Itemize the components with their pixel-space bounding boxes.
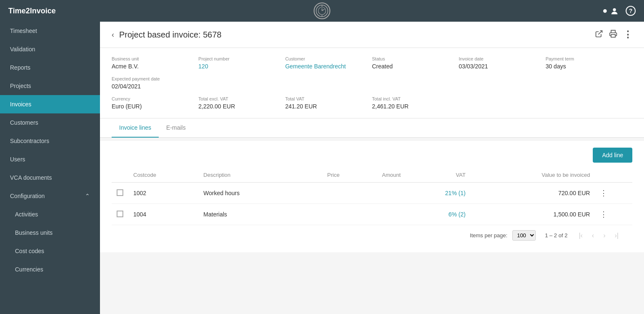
top-nav: Time2Invoice ● ? [0,0,644,22]
main-content: ‹ Project based invoice: 5678 ⋮ [100,22,644,314]
total-incl-vat-value: 2,461.20 EUR [372,103,450,110]
sidebar-item-currencies[interactable]: Currencies [0,260,100,279]
svg-line-7 [598,30,602,34]
row-2-price [297,204,344,225]
row-2-value-to-be-invoiced: 1,500.00 EUR [471,204,595,225]
sidebar-item-activities[interactable]: Activities [0,205,100,224]
row-1-vat: 21% (1) [406,183,471,204]
project-number-label: Project number [198,56,277,61]
expected-payment-date-label: Expected payment date [112,76,624,81]
row-1-value-to-be-invoiced: 720.00 EUR [471,183,595,204]
empty-field-1 [459,96,545,110]
col-amount: Amount [344,168,406,183]
tabs-bar: Invoice lines E-mails [100,118,644,138]
sidebar: Timesheet Validation Reports Projects In… [0,22,100,314]
info-row-2: Expected payment date 02/04/2021 [112,76,632,90]
currency-label: Currency [112,96,190,101]
sidebar-item-projects[interactable]: Projects [0,77,100,95]
sidebar-item-users[interactable]: Users [0,150,100,168]
currency-value: Euro (EUR) [112,103,190,110]
status-field: Status Created [372,56,459,70]
status-label: Status [372,56,450,61]
project-number-value: 120 [198,63,277,70]
table-header: Costcode Description Price Amount VAT Va… [112,168,632,183]
app-logo: Time2Invoice [8,7,56,15]
sidebar-item-cost-codes[interactable]: Cost codes [0,242,100,260]
col-value-to-be-invoiced: Value to be invoiced [471,168,595,183]
row-1-checkbox-cell [112,183,128,204]
invoice-date-label: Invoice date [459,56,537,61]
sidebar-item-configuration[interactable]: Configuration ⌃ [0,187,100,205]
row-2-checkbox-cell [112,204,128,225]
customer-label: Customer [285,56,364,61]
row-2-checkbox[interactable] [117,211,123,217]
row-1-amount [344,183,406,204]
sidebar-item-business-units[interactable]: Business units [0,224,100,242]
col-actions [595,168,632,183]
col-checkbox [112,168,128,183]
business-unit-field: Business unit Acme B.V. [112,56,198,70]
sidebar-item-validation[interactable]: Validation [0,40,100,58]
business-unit-label: Business unit [112,56,190,61]
page-header-right: ⋮ [595,29,632,40]
pagination-bar: Items per page: 100 25 50 1 – 2 of 2 |‹ … [112,225,632,246]
col-costcode: Costcode [128,168,198,183]
total-vat-label: Total VAT [285,96,364,101]
expected-payment-date-field: Expected payment date 02/04/2021 [112,76,632,90]
add-line-button[interactable]: Add line [593,148,632,163]
tab-invoice-lines[interactable]: Invoice lines [112,118,159,138]
total-incl-vat-label: Total incl. VAT [372,96,450,101]
svg-line-4 [322,9,324,11]
table-section: Add line Costcode Description Price Amou… [100,141,644,252]
row-2-vat: 6% (2) [406,204,471,225]
expected-payment-date-value: 02/04/2021 [112,83,624,90]
table-row: 1002 Worked hours 21% (1) 720.00 EUR ⋮ [112,183,632,204]
first-page-button[interactable]: |‹ [577,231,584,240]
row-1-price [297,183,344,204]
col-price: Price [297,168,344,183]
payment-term-field: Payment term 30 days [546,56,632,70]
help-icon[interactable]: ? [626,6,636,16]
brand-icon [314,3,330,19]
status-value: Created [372,63,450,70]
row-2-costcode: 1004 [128,204,198,225]
table-toolbar: Add line [112,148,632,163]
sidebar-item-customers[interactable]: Customers [0,113,100,132]
table-body: 1002 Worked hours 21% (1) 720.00 EUR ⋮ [112,183,632,225]
next-page-button[interactable]: › [601,231,607,240]
col-description: Description [198,168,297,183]
row-1-menu-button[interactable]: ⋮ [600,189,607,197]
project-number-field: Project number 120 [198,56,285,70]
row-2-actions-cell: ⋮ [595,204,632,225]
row-1-checkbox[interactable] [117,189,123,196]
info-row-3: Currency Euro (EUR) Total excl. VAT 2,22… [112,96,632,110]
tab-emails[interactable]: E-mails [159,118,193,138]
chevron-up-icon: ⌃ [85,193,90,199]
back-button[interactable]: ‹ [112,30,114,39]
prev-page-button[interactable]: ‹ [590,231,596,240]
total-excl-vat-label: Total excl. VAT [198,96,277,101]
total-incl-vat-field: Total incl. VAT 2,461.20 EUR [372,96,459,110]
sidebar-item-vca-documents[interactable]: VCA documents [0,168,100,187]
row-2-menu-button[interactable]: ⋮ [600,210,607,219]
more-options-icon[interactable]: ⋮ [623,29,632,40]
sidebar-item-timesheet[interactable]: Timesheet [0,22,100,40]
svg-rect-8 [611,34,615,37]
last-page-button[interactable]: ›| [613,231,621,240]
row-1-actions-cell: ⋮ [595,183,632,204]
currency-field: Currency Euro (EUR) [112,96,198,110]
sidebar-item-reports[interactable]: Reports [0,58,100,77]
items-per-page-label: Items per page: [470,232,507,239]
print-icon[interactable] [609,30,617,40]
payment-term-label: Payment term [546,56,624,61]
total-excl-vat-value: 2,220.00 EUR [198,103,277,110]
row-1-costcode: 1002 [128,183,198,204]
nav-center-logo [314,3,330,19]
invoice-date-value: 03/03/2021 [459,63,537,70]
sidebar-item-subcontractors[interactable]: Subcontractors [0,132,100,150]
user-icon[interactable]: ● [602,6,619,16]
info-row-1: Business unit Acme B.V. Project number 1… [112,56,632,70]
open-external-icon[interactable] [595,30,603,40]
items-per-page-select[interactable]: 100 25 50 [512,230,536,241]
sidebar-item-invoices[interactable]: Invoices [0,95,100,113]
